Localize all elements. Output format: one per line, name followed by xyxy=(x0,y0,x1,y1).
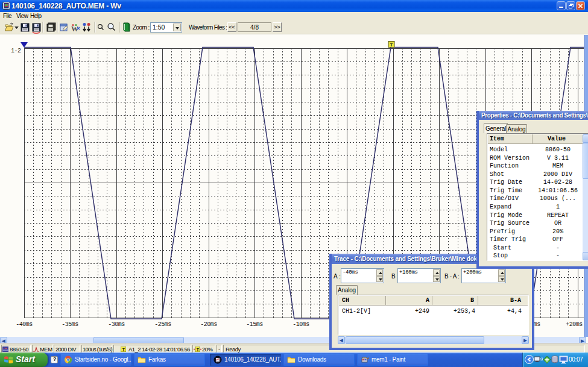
svg-text:-40ms: -40ms xyxy=(16,321,33,328)
svg-text:T: T xyxy=(390,42,393,48)
svg-text:-35ms: -35ms xyxy=(62,321,78,328)
svg-text:-20ms: -20ms xyxy=(200,321,217,328)
svg-text:-10ms: -10ms xyxy=(292,321,309,328)
svg-text:T: T xyxy=(197,348,199,353)
svg-text:-15ms: -15ms xyxy=(246,321,263,328)
svg-text:-30ms: -30ms xyxy=(108,321,125,328)
svg-text:+20ms: +20ms xyxy=(566,321,583,328)
svg-text:T: T xyxy=(122,348,125,353)
svg-text:-25ms: -25ms xyxy=(154,321,171,328)
svg-text:1-2: 1-2 xyxy=(11,48,21,54)
